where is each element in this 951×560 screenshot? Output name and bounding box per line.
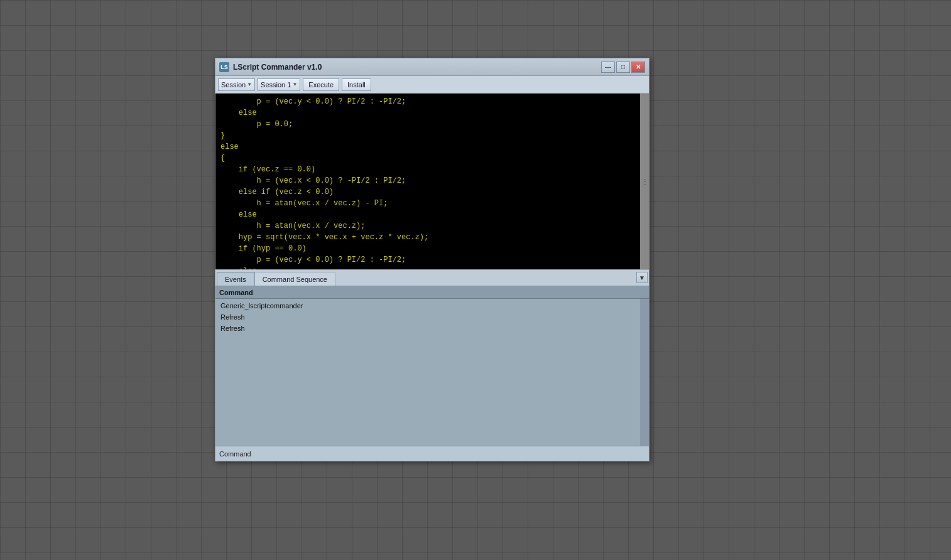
scroll-indicator <box>644 179 646 180</box>
scroll-indicator <box>644 181 646 182</box>
event-value: Refresh <box>220 325 245 332</box>
close-button[interactable]: ✕ <box>631 62 645 73</box>
session-arrow-icon: ▼ <box>247 82 252 87</box>
events-panel: Command Generic_lscriptcommander Refresh… <box>215 286 649 446</box>
events-scrollbar-vertical[interactable] <box>640 299 649 446</box>
events-list: Generic_lscriptcommander Refresh Refresh <box>215 299 649 335</box>
tab-command-sequence[interactable]: Command Sequence <box>254 272 335 286</box>
window-controls: — □ ✕ <box>601 62 645 73</box>
code-scrollbar-vertical[interactable] <box>640 94 649 269</box>
session-label: Session <box>221 81 246 89</box>
session-dropdown[interactable]: Session ▼ <box>218 78 255 91</box>
session1-dropdown[interactable]: Session 1 ▼ <box>258 78 300 91</box>
scrollbar-track <box>644 94 646 269</box>
events-column-label: Command <box>219 289 253 296</box>
command-label: Command <box>219 450 251 458</box>
tab-scroll-button[interactable]: ▼ <box>636 272 648 283</box>
events-column-header: Command <box>215 286 649 299</box>
tab-events-label: Events <box>225 276 246 283</box>
tabs-bar: Events Command Sequence ▼ <box>215 269 649 286</box>
execute-button[interactable]: Execute <box>303 78 339 91</box>
list-item[interactable]: Generic_lscriptcommander <box>215 300 649 311</box>
event-value: Refresh <box>220 313 245 321</box>
event-value: Generic_lscriptcommander <box>220 302 303 310</box>
scroll-indicator <box>644 184 646 185</box>
session1-arrow-icon: ▼ <box>292 82 297 87</box>
tab-command-sequence-label: Command Sequence <box>263 276 327 283</box>
tab-events[interactable]: Events <box>217 272 254 286</box>
minimize-button[interactable]: — <box>601 62 615 73</box>
code-editor[interactable]: p = (vec.y < 0.0) ? PI/2 : -PI/2; else p… <box>215 94 649 269</box>
list-item[interactable]: Refresh <box>215 323 649 334</box>
code-content: p = (vec.y < 0.0) ? PI/2 : -PI/2; else p… <box>215 94 649 269</box>
list-item[interactable]: Refresh <box>215 311 649 323</box>
app-icon: LS <box>219 62 229 72</box>
title-bar: LS LScript Commander v1.0 — □ ✕ <box>215 58 649 76</box>
main-window: LS LScript Commander v1.0 — □ ✕ Session … <box>215 58 649 461</box>
bottom-bar: Command <box>215 446 649 461</box>
session1-label: Session 1 <box>261 81 291 89</box>
menu-bar: Session ▼ Session 1 ▼ Execute Install <box>215 76 649 94</box>
maximize-button[interactable]: □ <box>616 62 630 73</box>
install-button[interactable]: Install <box>342 78 371 91</box>
window-title: LScript Commander v1.0 <box>233 63 601 72</box>
